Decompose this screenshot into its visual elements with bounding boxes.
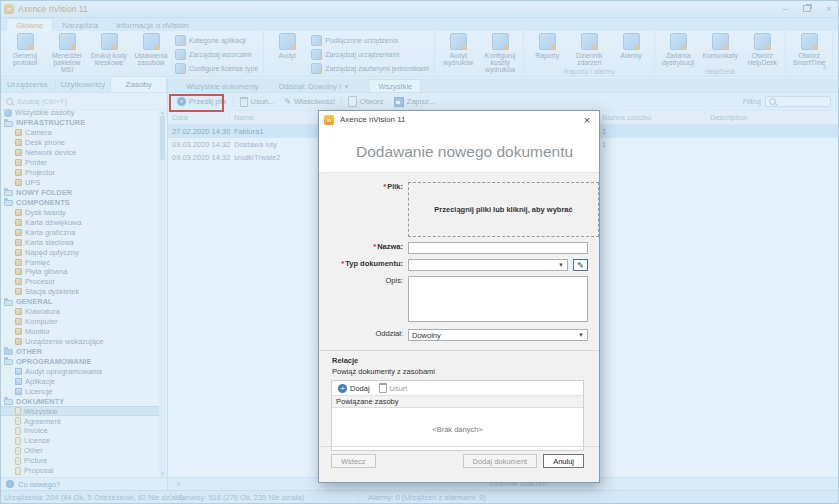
type-label: *Typ dokumentu: [319,259,408,271]
add-relation-button[interactable]: + Dodaj [338,384,370,393]
relations-panel: + Dodaj Usuń Powiązane zasoby <Brak dany… [331,380,584,451]
cancel-button[interactable]: Anuluj [543,454,584,468]
dialog-titlebar: n Axence nVision 11 × [319,111,599,128]
section-divider [319,350,599,351]
pencil-icon: ✎ [577,261,584,270]
required-asterisk: * [383,182,386,191]
back-button[interactable]: Wstecz [331,454,376,468]
chevron-down-icon: ▼ [578,332,584,338]
edit-types-button[interactable]: ✎ [573,259,588,271]
chevron-down-icon: ▼ [558,262,564,268]
relations-subtitle: Powiąż dokumenty z zasobami [319,367,599,376]
description-label: Opis: [319,276,408,322]
dialog-app-icon: n [324,115,334,125]
description-textarea[interactable] [408,276,588,322]
dialog-footer: Wstecz Dodaj dokument Anuluj [319,446,599,482]
dialog-heading: Dodawanie nowego dokumentu [319,128,599,173]
name-input[interactable] [408,242,588,254]
trash-icon [379,383,387,393]
dialog-close-icon[interactable]: × [580,114,594,126]
file-dropzone[interactable]: Przeciągnij pliki lub kliknij, aby wybra… [408,182,599,237]
type-select[interactable]: ▼ [408,259,568,271]
remove-relation-button[interactable]: Usuń [379,383,408,393]
dialog-form: *Plik: Przeciągnij pliki lub kliknij, ab… [319,173,599,451]
required-asterisk: * [341,259,344,268]
relations-empty-state: <Brak danych> [332,408,583,450]
file-label: *Plik: [319,182,408,237]
relations-title: Relacje [319,356,599,365]
name-label: *Nazwa: [319,242,408,254]
plus-icon: + [338,384,347,393]
relations-toolbar: + Dodaj Usuń [332,381,583,396]
annotation-highlight [169,94,224,112]
required-asterisk: * [373,242,376,251]
relations-column-header: Powiązane zasoby [332,396,583,408]
branch-select[interactable]: Dowolny ▼ [408,329,588,341]
dialog-title: Axence nVision 11 [340,115,406,124]
add-document-button[interactable]: Dodaj dokument [463,454,538,468]
branch-label: Oddział: [319,329,408,341]
add-document-dialog: n Axence nVision 11 × Dodawanie nowego d… [318,110,600,483]
